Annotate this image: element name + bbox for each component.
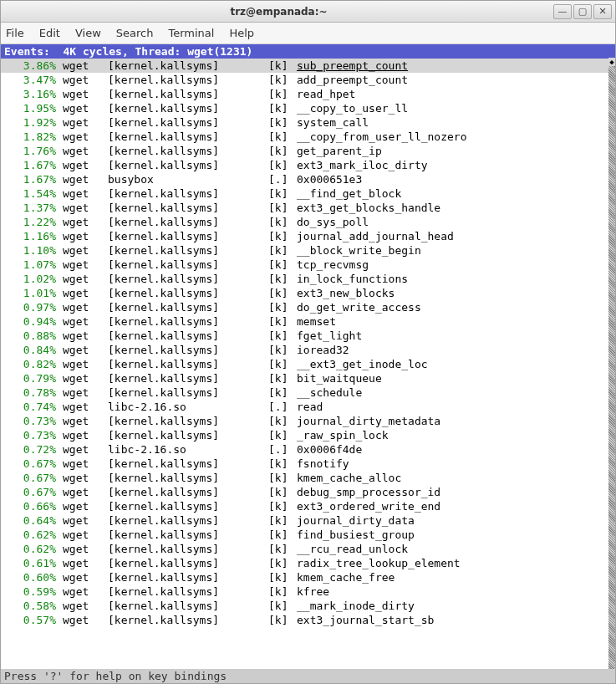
privilege-flag: [k] bbox=[268, 570, 297, 584]
scrollbar[interactable] bbox=[608, 59, 615, 669]
window-buttons: — ▢ ✕ bbox=[553, 4, 612, 19]
perf-row[interactable]: 0.94%wget[kernel.kallsyms][k]memset bbox=[1, 314, 615, 329]
shared-object: [kernel.kallsyms] bbox=[103, 186, 268, 201]
maximize-button[interactable]: ▢ bbox=[573, 4, 592, 19]
symbol-name: 0x0006f4de bbox=[297, 442, 362, 457]
perf-row[interactable]: 1.07%wget[kernel.kallsyms][k]tcp_recvmsg bbox=[1, 258, 615, 272]
perf-row[interactable]: 0.62%wget[kernel.kallsyms][k]__rcu_read_… bbox=[1, 542, 615, 556]
perf-row[interactable]: 0.74%wgetlibc-2.16.so[.]read bbox=[1, 400, 615, 414]
perf-row[interactable]: 1.16%wget[kernel.kallsyms][k]journal_add… bbox=[1, 229, 615, 243]
perf-row[interactable]: 3.47%wget[kernel.kallsyms][k]add_preempt… bbox=[1, 73, 615, 87]
close-button[interactable]: ✕ bbox=[593, 4, 612, 19]
symbol-name: __ext3_get_inode_loc bbox=[297, 357, 428, 371]
privilege-flag: [k] bbox=[268, 87, 297, 101]
perf-row[interactable]: 0.62%wget[kernel.kallsyms][k]find_busies… bbox=[1, 528, 615, 542]
perf-row[interactable]: 3.86%wget[kernel.kallsyms][k]sub_preempt… bbox=[1, 59, 615, 73]
perf-row[interactable]: 0.79%wget[kernel.kallsyms][k]bit_waitque… bbox=[1, 371, 615, 385]
perf-row[interactable]: 0.78%wget[kernel.kallsyms][k]__schedule bbox=[1, 385, 615, 400]
perf-row[interactable]: 1.54%wget[kernel.kallsyms][k]__find_get_… bbox=[1, 186, 615, 201]
menu-file[interactable]: File bbox=[6, 27, 24, 39]
perf-row[interactable]: 0.84%wget[kernel.kallsyms][k]ioread32 bbox=[1, 343, 615, 357]
shared-object: [kernel.kallsyms] bbox=[103, 201, 268, 215]
command-name: wget bbox=[56, 542, 103, 556]
symbol-name: ioread32 bbox=[297, 343, 349, 357]
titlebar[interactable]: trz@empanada:~ — ▢ ✕ bbox=[1, 1, 615, 23]
shared-object: [kernel.kallsyms] bbox=[103, 101, 268, 115]
privilege-flag: [k] bbox=[268, 115, 297, 130]
perf-row[interactable]: 1.67%wget[kernel.kallsyms][k]ext3_mark_i… bbox=[1, 158, 615, 172]
perf-row[interactable]: 0.64%wget[kernel.kallsyms][k]journal_dir… bbox=[1, 513, 615, 528]
overhead-percent: 1.10% bbox=[4, 243, 56, 258]
privilege-flag: [k] bbox=[268, 528, 297, 542]
command-name: wget bbox=[56, 400, 103, 414]
perf-row[interactable]: 0.67%wget[kernel.kallsyms][k]kmem_cache_… bbox=[1, 471, 615, 485]
menu-view[interactable]: View bbox=[75, 27, 101, 39]
minimize-icon: — bbox=[558, 6, 568, 17]
command-name: wget bbox=[56, 272, 103, 286]
perf-row[interactable]: 0.67%wget[kernel.kallsyms][k]fsnotify bbox=[1, 457, 615, 471]
perf-row[interactable]: 0.67%wget[kernel.kallsyms][k]debug_smp_p… bbox=[1, 485, 615, 499]
shared-object: [kernel.kallsyms] bbox=[103, 215, 268, 229]
perf-row[interactable]: 0.66%wget[kernel.kallsyms][k]ext3_ordere… bbox=[1, 499, 615, 513]
privilege-flag: [k] bbox=[268, 215, 297, 229]
terminal-viewport[interactable]: Events: 4K cycles, Thread: wget(1231) 3.… bbox=[1, 44, 615, 683]
menu-terminal[interactable]: Terminal bbox=[168, 27, 214, 39]
privilege-flag: [k] bbox=[268, 286, 297, 300]
symbol-name: read_hpet bbox=[297, 87, 355, 101]
perf-row[interactable]: 0.73%wget[kernel.kallsyms][k]_raw_spin_l… bbox=[1, 428, 615, 442]
shared-object: [kernel.kallsyms] bbox=[103, 300, 268, 314]
perf-row[interactable]: 1.02%wget[kernel.kallsyms][k]in_lock_fun… bbox=[1, 272, 615, 286]
command-name: wget bbox=[56, 186, 103, 201]
menu-search[interactable]: Search bbox=[116, 27, 154, 39]
privilege-flag: [k] bbox=[268, 457, 297, 471]
perf-row[interactable]: 1.92%wget[kernel.kallsyms][k]system_call bbox=[1, 115, 615, 130]
shared-object: [kernel.kallsyms] bbox=[103, 314, 268, 329]
perf-row[interactable]: 0.60%wget[kernel.kallsyms][k]kmem_cache_… bbox=[1, 570, 615, 584]
symbol-name: __mark_inode_dirty bbox=[297, 599, 415, 613]
perf-row[interactable]: 0.72%wgetlibc-2.16.so[.]0x0006f4de bbox=[1, 442, 615, 457]
perf-row[interactable]: 1.37%wget[kernel.kallsyms][k]ext3_get_bl… bbox=[1, 201, 615, 215]
perf-row[interactable]: 1.22%wget[kernel.kallsyms][k]do_sys_poll bbox=[1, 215, 615, 229]
command-name: wget bbox=[56, 87, 103, 101]
perf-row[interactable]: 0.73%wget[kernel.kallsyms][k]journal_dir… bbox=[1, 414, 615, 428]
command-name: wget bbox=[56, 570, 103, 584]
perf-row[interactable]: 0.61%wget[kernel.kallsyms][k]radix_tree_… bbox=[1, 556, 615, 570]
overhead-percent: 0.73% bbox=[4, 414, 56, 428]
perf-row[interactable]: 0.59%wget[kernel.kallsyms][k]kfree bbox=[1, 584, 615, 599]
overhead-percent: 1.07% bbox=[4, 258, 56, 272]
perf-row[interactable]: 0.57%wget[kernel.kallsyms][k]ext3_journa… bbox=[1, 613, 615, 627]
perf-row[interactable]: 3.16%wget[kernel.kallsyms][k]read_hpet bbox=[1, 87, 615, 101]
perf-row[interactable]: 0.82%wget[kernel.kallsyms][k]__ext3_get_… bbox=[1, 357, 615, 371]
overhead-percent: 0.66% bbox=[4, 499, 56, 513]
command-name: wget bbox=[56, 584, 103, 599]
perf-row[interactable]: 0.97%wget[kernel.kallsyms][k]do_get_writ… bbox=[1, 300, 615, 314]
overhead-percent: 0.73% bbox=[4, 428, 56, 442]
shared-object: [kernel.kallsyms] bbox=[103, 87, 268, 101]
shared-object: [kernel.kallsyms] bbox=[103, 357, 268, 371]
overhead-percent: 1.76% bbox=[4, 144, 56, 158]
perf-row[interactable]: 1.67%wgetbusybox[.]0x000651e3 bbox=[1, 172, 615, 186]
menu-help[interactable]: Help bbox=[229, 27, 254, 39]
overhead-percent: 0.67% bbox=[4, 485, 56, 499]
perf-row[interactable]: 1.10%wget[kernel.kallsyms][k]__block_wri… bbox=[1, 243, 615, 258]
overhead-percent: 0.67% bbox=[4, 471, 56, 485]
perf-row[interactable]: 1.82%wget[kernel.kallsyms][k]__copy_from… bbox=[1, 130, 615, 144]
overhead-percent: 1.01% bbox=[4, 286, 56, 300]
menu-edit[interactable]: Edit bbox=[39, 27, 60, 39]
shared-object: [kernel.kallsyms] bbox=[103, 457, 268, 471]
perf-row[interactable]: 0.88%wget[kernel.kallsyms][k]fget_light bbox=[1, 329, 615, 343]
maximize-icon: ▢ bbox=[578, 6, 587, 17]
perf-row[interactable]: 1.01%wget[kernel.kallsyms][k]ext3_new_bl… bbox=[1, 286, 615, 300]
shared-object: [kernel.kallsyms] bbox=[103, 471, 268, 485]
perf-row[interactable]: 1.76%wget[kernel.kallsyms][k]get_parent_… bbox=[1, 144, 615, 158]
symbol-name: add_preempt_count bbox=[297, 73, 408, 87]
menubar: File Edit View Search Terminal Help bbox=[1, 23, 615, 44]
minimize-button[interactable]: — bbox=[553, 4, 572, 19]
perf-row[interactable]: 0.58%wget[kernel.kallsyms][k]__mark_inod… bbox=[1, 599, 615, 613]
shared-object: [kernel.kallsyms] bbox=[103, 343, 268, 357]
perf-row[interactable]: 1.95%wget[kernel.kallsyms][k]__copy_to_u… bbox=[1, 101, 615, 115]
symbol-name: memset bbox=[297, 314, 336, 329]
close-icon: ✕ bbox=[598, 6, 606, 17]
symbol-name: debug_smp_processor_id bbox=[297, 485, 440, 499]
shared-object: [kernel.kallsyms] bbox=[103, 528, 268, 542]
